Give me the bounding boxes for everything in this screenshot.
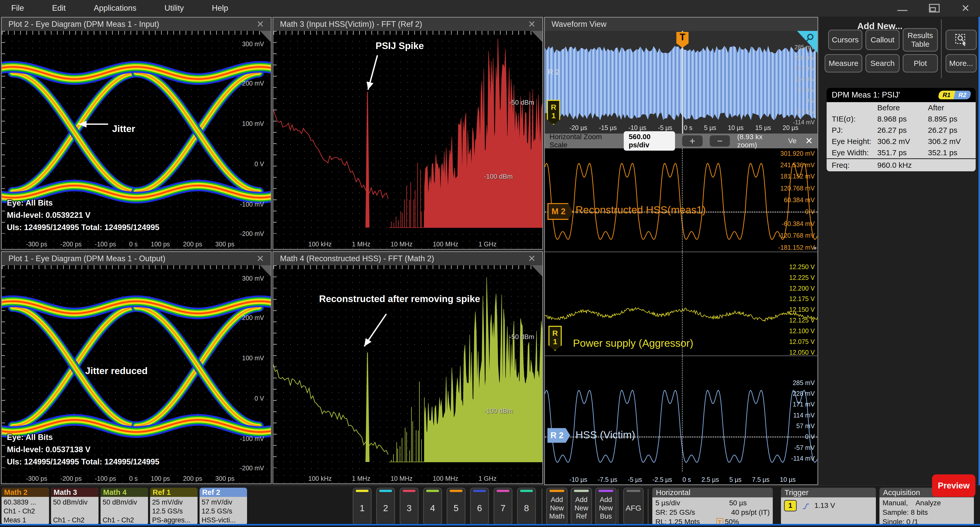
math3-title: Math 3 (Input HSS(Victim)) - FFT (Ref 2) [280,20,422,29]
channel-3-button[interactable]: 3 [400,488,418,525]
zoom-in-button[interactable]: + [682,135,703,146]
close-icon[interactable]: ✕ [961,3,970,13]
plot2-title: Plot 2 - Eye Diagram (DPM Meas 1 - Input… [8,20,159,29]
add-new-ref-button[interactable]: AddNewRef [571,488,592,525]
plot1-title-bar[interactable]: Plot 1 - Eye Diagram (DPM Meas 1 - Outpu… [2,252,271,265]
zoom-out-button[interactable]: − [710,135,730,146]
menu-help[interactable]: Help [212,3,228,13]
math3-close-icon[interactable]: ✕ [528,20,536,29]
waveform-view-title-bar[interactable]: Waveform View [545,18,818,31]
separator [617,489,618,524]
x-tick: -100 ps [95,240,116,248]
channel-7-button[interactable]: 7 [493,488,512,525]
add-new-math-button[interactable]: AddNewMath [546,488,568,525]
add-measure-button[interactable]: Measure [824,54,862,73]
channel-label: 7 [501,492,505,524]
results-table-title: DPM Meas 1: PSIJ' [832,91,900,100]
plot2-left-ruler [2,31,5,234]
source-badge-math3[interactable]: Math 350 dBm/div Ch1 - Ch2 [51,488,99,525]
source-badge-ref1[interactable]: Ref 125 mV/div12.5 GS/sPS-aggres... [150,488,197,525]
add-search-button[interactable]: Search [865,54,900,73]
plot2-close-icon[interactable]: ✕ [256,20,264,29]
add-plot-button[interactable]: Plot [903,54,938,73]
restore-icon[interactable] [929,4,940,13]
zoom-scale-value[interactable]: 560.00 ps/div [624,131,675,151]
menu-file[interactable]: File [11,3,24,13]
source-details: 25 mV/div12.5 GS/sPS-aggres... [150,497,197,525]
trigger-settings-box[interactable]: Trigger 1 1.13 V [781,488,876,525]
overview-section[interactable]: T R 2 R 1 285 mV228 mV171 mV114 mV57 mV0… [545,31,818,134]
math4-plot-area[interactable]: Reconstructed after removing spike -50 d… [273,265,542,483]
horizontal-values: 5 µs/div50 µs SR: 25 GS/s40 ps/pt (IT) R… [652,497,773,525]
horizontal-scale: 5 µs/div [655,498,680,508]
m2-badge[interactable]: M 2 [547,203,573,220]
channel-2-button[interactable]: 2 [376,488,395,525]
minimize-icon[interactable] [897,10,907,11]
channel-1-button[interactable]: 1 [353,488,372,525]
table-row: TIE(σ):8.968 ps8.895 ps [827,113,976,124]
channel-5-button[interactable]: 5 [447,488,466,525]
x-tick: 0 s [129,240,138,248]
section-grip-handle[interactable] [814,247,816,250]
math3-title-bar[interactable]: Math 3 (Input HSS(Victim)) - FFT (Ref 2)… [273,18,542,31]
preview-button[interactable]: Preview [932,474,975,497]
channel-color-strip [356,490,369,492]
menu-applications[interactable]: Applications [94,3,136,13]
zoom-select-button[interactable] [945,30,977,50]
channel-8-button[interactable]: 8 [517,488,536,525]
dpm-results-table[interactable]: DPM Meas 1: PSIJ' R1 R2 Before After TIE… [827,88,976,171]
r2-trace-label: HSS (Victim) [576,429,635,441]
section-divider[interactable] [545,355,818,356]
add-new-divider [941,19,942,78]
m2-trace-section[interactable]: M 2 Reconstructed HSS(meas1) 301.920 mV2… [545,148,818,252]
window-controls: ✕ [897,0,970,16]
separator [648,489,649,524]
r1-trace-section[interactable]: R 1 Power supply (Aggressor) 12.250 V12.… [545,252,818,355]
psij-spike-annotation: PSIJ Spike [375,41,424,51]
plot1-close-icon[interactable]: ✕ [256,254,264,263]
math4-close-icon[interactable]: ✕ [528,254,536,263]
x-tick: 300 ps [215,475,234,482]
table-cell: 26.27 ps [928,126,976,135]
trigger-level: 1.13 V [815,502,835,509]
source-details: 50 dBm/div Ch1 - Ch2 [51,497,99,525]
plot1-eye-stats: Eye: All Bits Mid-level: 0.0537138 V UIs… [7,431,159,468]
after-column-header: After [928,103,976,112]
math3-db-hi-label: -50 dBm [509,99,534,107]
source-badge-math2[interactable]: Math 260.3839 ...Ch1 - Ch2Meas 1 [2,488,49,525]
horizontal-settings-box[interactable]: Horizontal 5 µs/div50 µs SR: 25 GS/s40 p… [652,488,773,525]
r2-trace-section[interactable]: R 2 HSS (Victim) 285 mV228 mV171 mV114 m… [545,356,818,471]
add-cursors-button[interactable]: Cursors [828,30,862,50]
source-badge-math4[interactable]: Math 450 dBm/div Ch1 - Ch2 [100,488,148,525]
section-divider[interactable] [545,252,818,252]
afg-button[interactable]: AFG [623,488,644,525]
x-tick: -2.5 µs [652,476,672,483]
add-results-table-button[interactable]: Results Table [903,28,938,52]
channel-4-button[interactable]: 4 [423,488,442,525]
channel-6-button[interactable]: 6 [470,488,489,525]
zoom-bar-close-icon[interactable]: ✕ [805,135,813,146]
overview-r2-label[interactable]: R 2 [548,68,559,76]
table-cell: Eye Height: [827,137,877,146]
menu-utility[interactable]: Utility [165,3,184,13]
math3-plot-area[interactable]: PSIJ Spike -50 dBm -100 dBm 100 kHz1 MHz… [273,31,542,249]
more-button[interactable]: More... [945,54,977,73]
afg-color-strip [627,490,641,492]
channel-color-strip [379,490,392,492]
x-tick: 5 µs [729,476,741,483]
sidebar-scroll-strip[interactable] [978,17,980,485]
plot1-plot-area[interactable]: Jitter reduced Eye: All Bits Mid-level: … [2,265,271,483]
x-tick: -7.5 µs [598,476,617,483]
reconstructed-annotation: Reconstructed after removing spike [319,294,480,304]
plot2-plot-area[interactable]: Jitter Eye: All Bits Mid-level: 0.053922… [2,31,271,249]
add-callout-button[interactable]: Callout [865,30,900,50]
add-new-bus-button[interactable]: AddNewBus [595,488,617,525]
plot2-title-bar[interactable]: Plot 2 - Eye Diagram (DPM Meas 1 - Input… [2,18,271,31]
mid-level-line: Mid-level: 0.0539221 V [7,209,159,221]
source-badge-ref2[interactable]: Ref 257 mV/div12.5 GS/sHSS-victi... [200,488,247,525]
menu-edit[interactable]: Edit [52,3,65,13]
math4-title-bar[interactable]: Math 4 (Reconstructed HSS) - FFT (Math 2… [273,252,542,265]
r2-badge[interactable]: R 2 [547,428,570,443]
x-tick: 300 ps [215,240,234,248]
table-cell: 8.968 ps [877,115,928,123]
